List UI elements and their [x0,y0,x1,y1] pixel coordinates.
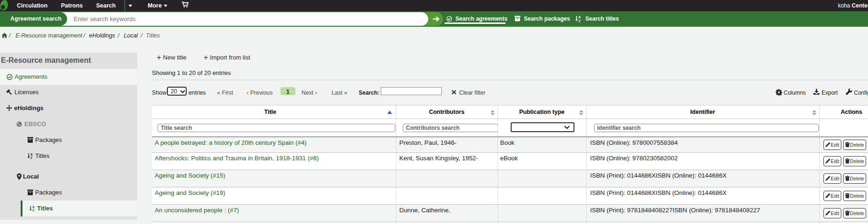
svg-text:Z: Z [32,209,34,212]
svg-text:Z: Z [579,19,581,22]
svg-text:A: A [32,205,35,209]
svg-text:Z: Z [30,156,32,159]
svg-text:A: A [30,153,33,156]
svg-text:A: A [579,15,581,19]
